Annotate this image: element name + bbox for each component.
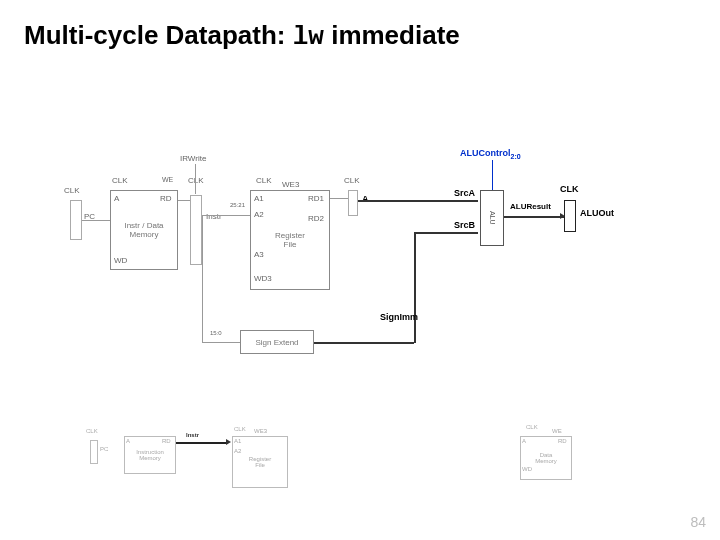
clk-rf: CLK: [256, 176, 272, 185]
wire-instr-bus: [202, 215, 250, 216]
wire-pc-mem: [82, 220, 110, 221]
slide-title: Multi-cycle Datapath: lw immediate: [24, 20, 460, 52]
clk-aluout: CLK: [560, 184, 579, 194]
instr-label: Instr: [206, 212, 222, 221]
sign-extend: Sign Extend: [240, 330, 314, 354]
mini-clk-rf: CLK: [234, 426, 246, 432]
alu: ALU: [480, 190, 504, 246]
mini-im-a: A: [126, 438, 130, 444]
mini-rf-a1: A1: [234, 438, 241, 444]
mini-dm-a: A: [522, 438, 526, 444]
wire-srca: [358, 200, 478, 202]
aluout-register: [564, 200, 576, 232]
mini-arrow-instr: [226, 439, 231, 445]
title-suffix: immediate: [324, 20, 460, 50]
wire-mem-ir: [178, 200, 190, 201]
aluout-label: ALUOut: [580, 208, 614, 218]
mem-a-port: A: [114, 194, 119, 203]
arrow-into-aluout: [560, 213, 565, 219]
rf-wd3: WD3: [254, 274, 272, 283]
wire-rd1-a: [330, 198, 348, 199]
mem-rd-port: RD: [160, 194, 172, 203]
pc-register: [70, 200, 82, 240]
clk-a: CLK: [344, 176, 360, 185]
rf-we3: WE3: [282, 180, 299, 189]
wire-aluresult: [504, 216, 564, 218]
mini-dm-we: WE: [552, 428, 562, 434]
mem-wd-port: WD: [114, 256, 127, 265]
alucontrol-wire: [492, 160, 493, 190]
wire-srcb: [414, 232, 478, 234]
mini-wire-instr: [176, 442, 228, 444]
srcb-label: SrcB: [454, 220, 475, 230]
bits-2521: 25:21: [230, 202, 245, 208]
main-datapath-diagram: PC CLK Instr / Data Memory A RD WD WE CL…: [60, 140, 660, 400]
clk-pc: CLK: [64, 186, 80, 195]
aluresult-label: ALUResult: [510, 202, 551, 211]
alucontrol-label: ALUControl2:0: [460, 148, 521, 160]
page-number: 84: [690, 514, 706, 530]
mini-clk-pc: CLK: [86, 428, 98, 434]
mini-instr-label: Instr: [186, 432, 199, 438]
wire-to-signext: [202, 342, 240, 343]
wire-signimm-v: [414, 232, 416, 343]
rf-rd2: RD2: [308, 214, 324, 223]
mini-pc-reg: [90, 440, 98, 464]
mini-datapath-diagram: PC CLK Instruction Memory A RD Instr Reg…: [90, 422, 650, 502]
rf-rd1: RD1: [308, 194, 324, 203]
mini-pc-label: PC: [100, 446, 108, 452]
mini-dm-wd: WD: [522, 466, 532, 472]
title-prefix: Multi-cycle Datapath:: [24, 20, 293, 50]
signimm-label: SignImm: [380, 312, 418, 322]
irwrite-wire: [195, 164, 196, 194]
mini-im-rd: RD: [162, 438, 171, 444]
irwrite-label: IRWrite: [180, 154, 206, 163]
srca-label: SrcA: [454, 188, 475, 198]
mem-we: WE: [162, 176, 173, 183]
clk-mem: CLK: [112, 176, 128, 185]
wire-instr-down: [202, 215, 203, 342]
a-reg-label: A: [362, 194, 369, 204]
rf-a1: A1: [254, 194, 264, 203]
mini-clk-dm: CLK: [526, 424, 538, 430]
a-register: [348, 190, 358, 216]
bits-150: 15:0: [210, 330, 222, 336]
title-mono: lw: [293, 22, 324, 52]
mini-dm-rd: RD: [558, 438, 567, 444]
rf-a2: A2: [254, 210, 264, 219]
mini-rf-we3: WE3: [254, 428, 267, 434]
rf-a3: A3: [254, 250, 264, 259]
mini-rf-a2: A2: [234, 448, 241, 454]
ir-register: [190, 195, 202, 265]
wire-signimm-h: [314, 342, 414, 344]
